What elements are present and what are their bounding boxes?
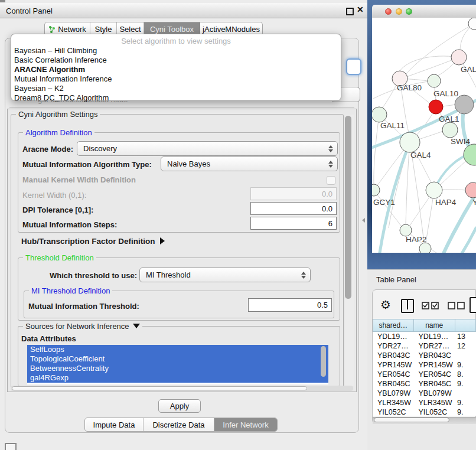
node-gcy1[interactable] [372,184,380,196]
node-hap4[interactable] [426,182,442,198]
table-cell: 9. [455,379,476,389]
window-minimize-traffic-light[interactable] [396,8,402,15]
table-cell: YER054C [373,370,414,379]
window-close-traffic-light[interactable] [385,8,392,15]
column-header-name[interactable]: name [414,319,455,332]
tab-infer-network[interactable]: Infer Network [214,418,277,431]
node-swi4[interactable] [442,122,458,138]
float-window-icon[interactable] [346,8,354,15]
combo-spinner-icon [328,145,333,152]
node-gal11[interactable] [372,107,387,122]
minimized-panel-icon[interactable] [5,443,17,450]
table-body: YDL19…YDL19…13YDR27…YDR27…12YBR043CYBR04… [373,332,476,416]
aracne-mode-combobox[interactable]: Discovery [77,141,338,156]
column-header-shared[interactable]: shared… [373,319,414,332]
list-scrollbar[interactable] [321,346,326,377]
combo-spinner-icon [301,272,306,279]
tab-impute-data[interactable]: Impute Data [85,418,144,431]
node-hap2[interactable] [400,224,412,236]
which-threshold-label: Which threshold to use: [50,271,137,280]
apply-button[interactable]: Apply [158,399,201,413]
dropdown-item-mutual-information-inference[interactable]: Mutual Information Inference [11,74,341,84]
window-zoom-traffic-light[interactable] [406,8,412,15]
attribute-item-betweennesscentrality[interactable]: BetweennessCentrality [27,364,328,373]
settings-scrollbar-thumb[interactable] [345,116,351,299]
table-cell: YER054C [414,370,455,379]
tab-label: Style [95,25,112,34]
manual-kernel-checkbox[interactable] [327,176,335,185]
table-row[interactable]: YBR045CYBR045C9. [373,379,476,389]
network-canvas[interactable]: GALGAL80GAL10GAL1GAL11SWI4GAL4GCY1HAP4YH… [372,18,476,253]
select-all-icon[interactable] [422,302,439,309]
which-threshold-combobox[interactable]: MI Threshold [139,268,311,282]
attribute-item-selfloops[interactable]: SelfLoops [27,345,328,354]
table-cell: YIL052C [414,407,455,416]
table-cell: YDR27… [414,341,455,351]
node-gal4[interactable] [400,132,420,152]
settings-hscrollbar-thumb[interactable] [12,386,307,390]
tab-label: Cyni Toolbox [150,25,194,34]
hub-definition-toggle[interactable]: Hub/Transcription Factor Definition [21,237,165,246]
tab-discretize-data[interactable]: Discretize Data [144,418,214,431]
algorithm-definition-title: Algorithm Definition [23,128,94,137]
table-cell: 9. [455,407,476,416]
node-gal-pink[interactable] [451,50,467,65]
node-gal10[interactable] [428,74,441,87]
mi-threshold-field[interactable] [248,298,332,312]
dropdown-item-bayesian-k2[interactable]: Bayesian – K2 [11,84,341,93]
table-cell: YBR045C [414,379,455,389]
divider-collapse-icon[interactable] [362,218,365,223]
table-row[interactable]: YBL079WYBL079W [373,389,476,398]
close-icon[interactable]: ✕ [357,5,364,14]
new-table-icon[interactable] [470,297,476,313]
dropdown-item-bayesian-hill-climbing[interactable]: Bayesian – Hill Climbing [11,46,341,56]
column-header-col2[interactable] [455,319,476,332]
table-cell: YDL19… [414,332,455,341]
app-root: Control Panel ✕ NetworkStyleSelectCyni T… [0,0,476,450]
table-cell: 13 [455,332,476,341]
mi-steps-field[interactable] [250,217,337,230]
node-green-right[interactable] [464,144,476,165]
table-cell: YPR145W [373,360,414,370]
table-header-row[interactable]: shared…name [373,319,476,332]
dpi-tolerance-field[interactable] [250,202,337,215]
table-row[interactable]: YDL19…YDL19…13 [373,332,476,341]
sources-title-text: Sources for Network Inference [25,322,129,331]
attribute-item-topologicalcoefficient[interactable]: TopologicalCoefficient [27,354,328,364]
dropdown-item-dream8-dc-tdc-algorithm[interactable]: Dream8 DC_TDC Algorithm [11,93,341,103]
table-cell: YBR045C [373,379,414,389]
node-label-gal80: GAL80 [397,83,422,92]
dropdown-item-basic-correlation-inference[interactable]: Basic Correlation Inference [11,56,341,65]
table-row[interactable]: YBR043CYBR043C [373,351,476,360]
dropdown-item-aracne-algorithm[interactable]: ARACNE Algorithm [11,65,341,74]
deselect-all-icon[interactable] [448,302,465,309]
hub-definition-label: Hub/Transcription Factor Definition [21,237,155,246]
node-gal1-red[interactable] [429,100,443,114]
mi-steps-label: Mutual Information Steps: [22,220,117,229]
table-row[interactable]: YIL052CYIL052C9. [373,407,476,416]
table-row[interactable]: YLR345WYLR345W9. [373,398,476,407]
split-view-icon[interactable] [401,299,414,313]
node-bottom[interactable] [419,243,431,253]
data-attributes-list[interactable]: SelfLoopsTopologicalCoefficientBetweenne… [27,345,328,384]
mi-type-combobox[interactable]: Naive Bayes [161,156,338,171]
sources-group-title[interactable]: Sources for Network Inference [23,322,142,331]
collapse-down-icon [133,324,140,328]
combo-spinner-icon [328,161,333,168]
table-hscrollbar-thumb[interactable] [374,418,449,422]
table-row[interactable]: YPR145WYPR145W9. [373,360,476,370]
algorithm-combobox-fragment[interactable] [346,58,361,75]
tab-label: Impute Data [93,420,135,429]
gear-icon[interactable]: ⚙ [380,298,391,312]
attribute-item-gal4rgexp[interactable]: gal4RGexp [27,373,328,383]
node-label-gal10: GAL10 [433,89,458,98]
mi-threshold-label: Mutual Information Threshold: [28,302,139,311]
kernel-width-field[interactable] [250,187,337,200]
expand-right-icon [160,237,165,244]
network-edge [389,142,410,228]
table-row[interactable]: YDR27…YDR27…12 [373,341,476,351]
table-cell: YBL079W [373,389,414,398]
table-row[interactable]: YER054CYER054C8. [373,370,476,379]
node-pink-right[interactable] [465,182,476,198]
cyni-algorithm-settings-title: Cyni Algorithm Settings [16,110,100,119]
